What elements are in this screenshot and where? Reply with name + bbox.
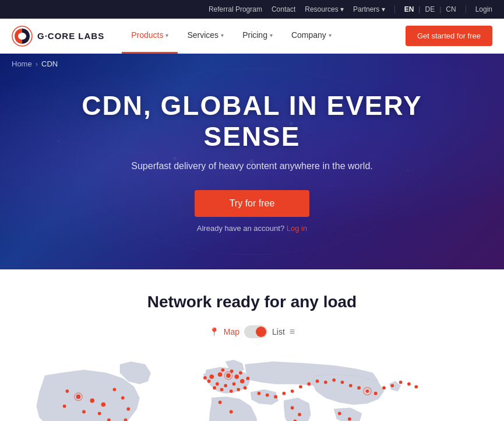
svg-point-57 [274, 395, 277, 399]
lang-de[interactable]: DE [425, 5, 435, 13]
svg-point-56 [266, 394, 269, 397]
svg-point-42 [224, 384, 227, 387]
svg-point-58 [282, 392, 286, 395]
svg-point-46 [237, 388, 240, 391]
svg-point-45 [244, 386, 247, 390]
login-link[interactable]: Login [475, 5, 492, 13]
lang-en[interactable]: EN [404, 5, 414, 13]
svg-point-41 [232, 383, 236, 386]
hero-account-text: Already have an account? Log in [82, 224, 422, 233]
breadcrumb: Home › CDN [12, 59, 58, 68]
top-bar: Referral Program Contact Resources ▾ Par… [0, 0, 504, 19]
svg-point-37 [218, 372, 223, 377]
svg-point-21 [82, 410, 86, 413]
svg-point-65 [341, 381, 344, 384]
svg-point-62 [316, 380, 319, 383]
svg-point-76 [298, 413, 301, 416]
svg-point-69 [374, 392, 378, 395]
main-navigation: G·CORE LABS Products ▾ Services ▾ Pricin… [0, 19, 504, 54]
world-map [12, 350, 492, 421]
nav-company[interactable]: Company ▾ [282, 19, 341, 54]
svg-point-54 [221, 369, 225, 372]
svg-point-49 [213, 386, 216, 390]
svg-point-38 [226, 373, 231, 378]
svg-point-61 [307, 383, 311, 386]
svg-point-55 [258, 392, 261, 395]
svg-point-36 [210, 374, 214, 379]
pricing-chevron-icon: ▾ [270, 32, 273, 38]
language-switcher: EN | DE | CN [404, 5, 456, 13]
list-view-label[interactable]: List [272, 327, 285, 336]
nav-pricing[interactable]: Pricing ▾ [233, 19, 282, 54]
svg-point-50 [203, 376, 207, 380]
svg-point-74 [414, 385, 418, 388]
svg-point-47 [230, 390, 233, 393]
breadcrumb-current: CDN [41, 59, 58, 68]
svg-point-68 [366, 390, 369, 393]
services-chevron-icon: ▾ [221, 32, 224, 38]
svg-point-64 [332, 378, 336, 382]
map-toggle-row: 📍 Map List ≡ [12, 325, 492, 338]
logo-text: G·CORE LABS [37, 31, 104, 41]
svg-point-75 [291, 406, 294, 410]
svg-point-25 [113, 388, 117, 391]
svg-point-26 [66, 390, 69, 393]
lang-cn[interactable]: CN [446, 5, 456, 13]
svg-point-22 [63, 405, 66, 408]
contact-link[interactable]: Contact [272, 5, 295, 13]
svg-point-78 [338, 412, 341, 415]
nav-links: Products ▾ Services ▾ Pricing ▾ Company … [122, 19, 406, 54]
svg-point-40 [240, 379, 245, 384]
logo[interactable]: G·CORE LABS [12, 26, 104, 47]
svg-point-79 [348, 418, 351, 421]
referral-link[interactable]: Referral Program [209, 5, 262, 13]
nav-services[interactable]: Services ▾ [178, 19, 233, 54]
world-map-container [12, 350, 492, 421]
map-view-label[interactable]: Map [224, 327, 239, 336]
nav-products[interactable]: Products ▾ [122, 19, 178, 54]
svg-point-73 [407, 383, 411, 386]
svg-point-16 [57, 140, 59, 142]
svg-point-51 [246, 377, 249, 380]
breadcrumb-home[interactable]: Home [12, 59, 32, 68]
network-title: Network ready for any load [12, 293, 492, 311]
svg-point-43 [216, 383, 219, 386]
svg-point-18 [90, 398, 94, 403]
resources-dropdown[interactable]: Resources ▾ [305, 5, 344, 13]
hero-content: CDN, GLOBAL IN EVERY SENSE Superfast del… [82, 90, 422, 233]
svg-point-60 [299, 385, 302, 388]
map-pin-icon: 📍 [209, 327, 219, 336]
svg-point-28 [126, 408, 130, 411]
svg-point-82 [218, 401, 222, 404]
svg-point-39 [234, 374, 239, 379]
svg-point-19 [101, 402, 106, 407]
svg-point-67 [357, 386, 361, 390]
svg-point-66 [349, 384, 353, 387]
svg-point-27 [121, 396, 125, 399]
try-for-free-button[interactable]: Try for free [195, 190, 310, 217]
svg-point-83 [230, 410, 233, 413]
toggle-knob [256, 327, 266, 337]
partners-dropdown[interactable]: Partners ▾ [353, 5, 385, 13]
hero-section: Home › CDN CDN, GLOBAL IN EVERY SENSE Su… [0, 54, 504, 269]
list-icon: ≡ [290, 327, 295, 337]
logo-icon [12, 26, 33, 47]
network-section: Network ready for any load 📍 Map List ≡ [0, 269, 504, 421]
svg-point-59 [291, 390, 294, 393]
svg-point-44 [207, 380, 211, 383]
svg-point-71 [390, 384, 394, 387]
svg-point-17 [76, 395, 81, 399]
svg-point-48 [220, 388, 224, 391]
svg-point-52 [239, 371, 242, 375]
company-chevron-icon: ▾ [329, 32, 332, 38]
products-chevron-icon: ▾ [165, 32, 168, 38]
map-list-toggle[interactable] [244, 325, 267, 338]
hero-subtitle: Superfast delivery of heavy content anyw… [82, 161, 422, 171]
hero-title: CDN, GLOBAL IN EVERY SENSE [82, 90, 422, 152]
svg-point-70 [382, 386, 386, 390]
nav-cta: Get started for free [406, 26, 492, 46]
get-started-button[interactable]: Get started for free [406, 26, 492, 46]
svg-point-63 [324, 381, 327, 384]
hero-login-link[interactable]: Log in [287, 224, 307, 233]
svg-point-72 [399, 381, 403, 384]
